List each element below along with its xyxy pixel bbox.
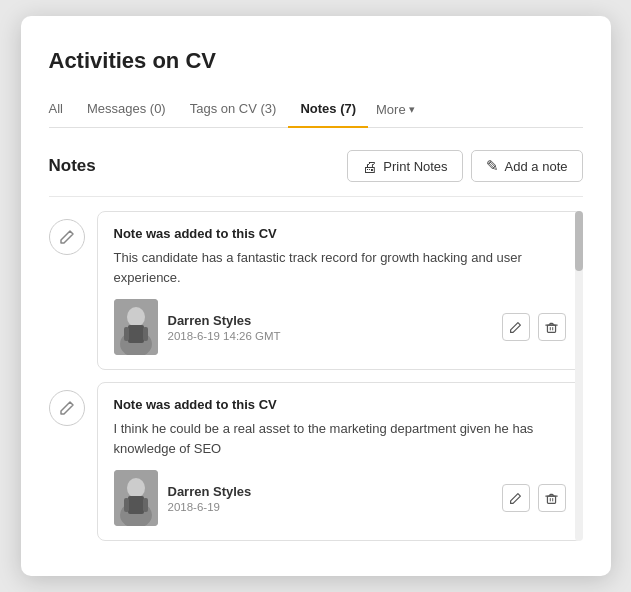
tab-notes[interactable]: Notes (7) xyxy=(288,93,368,128)
notes-actions: 🖨 Print Notes ✎ Add a note xyxy=(347,150,582,182)
svg-rect-12 xyxy=(143,498,148,512)
author-details-2: Darren Styles 2018-6-19 xyxy=(168,484,252,513)
notes-section-title: Notes xyxy=(49,156,96,176)
note-action-icons-1 xyxy=(502,313,566,341)
svg-rect-3 xyxy=(128,325,144,343)
edit-icon-1 xyxy=(59,229,75,245)
avatar-svg-2 xyxy=(114,470,158,526)
avatar-2 xyxy=(114,470,158,526)
trash-icon-2 xyxy=(545,492,558,505)
notes-header: Notes 🖨 Print Notes ✎ Add a note xyxy=(49,150,583,182)
avatar-1 xyxy=(114,299,158,355)
add-note-button[interactable]: ✎ Add a note xyxy=(471,150,583,182)
scrollbar-track[interactable] xyxy=(575,211,583,541)
pencil-icon-2 xyxy=(509,492,522,505)
note-card-body-1: This candidate has a fantastic track rec… xyxy=(114,248,566,287)
note-card-title-1: Note was added to this CV xyxy=(114,226,566,241)
tab-more-label: More xyxy=(376,102,406,117)
note-author-row-2: Darren Styles 2018-6-19 xyxy=(114,470,566,526)
page-title: Activities on CV xyxy=(49,48,583,74)
edit-icon-2 xyxy=(59,400,75,416)
note-pencil-button-1[interactable] xyxy=(502,313,530,341)
note-row-2: Note was added to this CV I think he cou… xyxy=(49,382,583,541)
main-window: Activities on CV All Messages (0) Tags o… xyxy=(21,16,611,576)
note-card-title-2: Note was added to this CV xyxy=(114,397,566,412)
svg-rect-4 xyxy=(124,327,129,341)
author-name-2: Darren Styles xyxy=(168,484,252,499)
note-author-info-1: Darren Styles 2018-6-19 14:26 GMT xyxy=(114,299,281,355)
add-note-label: Add a note xyxy=(505,159,568,174)
scrollbar-thumb[interactable] xyxy=(575,211,583,271)
svg-rect-13 xyxy=(547,496,555,503)
trash-icon-1 xyxy=(545,321,558,334)
tab-all[interactable]: All xyxy=(49,93,75,128)
author-date-1: 2018-6-19 14:26 GMT xyxy=(168,330,281,342)
pencil-icon-1 xyxy=(509,321,522,334)
print-icon: 🖨 xyxy=(362,158,377,175)
svg-point-8 xyxy=(127,478,145,498)
note-author-row-1: Darren Styles 2018-6-19 14:26 GMT xyxy=(114,299,566,355)
note-card-2: Note was added to this CV I think he cou… xyxy=(97,382,583,541)
author-name-1: Darren Styles xyxy=(168,313,281,328)
note-edit-toggle-1[interactable] xyxy=(49,219,85,255)
print-notes-label: Print Notes xyxy=(383,159,447,174)
tab-more[interactable]: More ▾ xyxy=(368,94,423,127)
notes-scroll-area: Note was added to this CV This candidate… xyxy=(49,211,583,541)
note-card-body-2: I think he could be a real asset to the … xyxy=(114,419,566,458)
note-edit-toggle-2[interactable] xyxy=(49,390,85,426)
svg-rect-10 xyxy=(128,496,144,514)
svg-rect-6 xyxy=(547,325,555,332)
note-trash-button-1[interactable] xyxy=(538,313,566,341)
tab-messages[interactable]: Messages (0) xyxy=(75,93,178,128)
svg-rect-11 xyxy=(124,498,129,512)
svg-point-1 xyxy=(127,307,145,327)
add-note-icon: ✎ xyxy=(486,157,499,175)
svg-rect-5 xyxy=(143,327,148,341)
note-pencil-button-2[interactable] xyxy=(502,484,530,512)
note-author-info-2: Darren Styles 2018-6-19 xyxy=(114,470,252,526)
chevron-down-icon: ▾ xyxy=(409,103,415,116)
avatar-svg-1 xyxy=(114,299,158,355)
note-trash-button-2[interactable] xyxy=(538,484,566,512)
notes-divider xyxy=(49,196,583,197)
note-card-1: Note was added to this CV This candidate… xyxy=(97,211,583,370)
tab-tags[interactable]: Tags on CV (3) xyxy=(178,93,289,128)
author-date-2: 2018-6-19 xyxy=(168,501,252,513)
notes-list: Note was added to this CV This candidate… xyxy=(49,211,583,541)
tab-bar: All Messages (0) Tags on CV (3) Notes (7… xyxy=(49,92,583,128)
author-details-1: Darren Styles 2018-6-19 14:26 GMT xyxy=(168,313,281,342)
note-row: Note was added to this CV This candidate… xyxy=(49,211,583,370)
print-notes-button[interactable]: 🖨 Print Notes xyxy=(347,150,462,182)
note-action-icons-2 xyxy=(502,484,566,512)
